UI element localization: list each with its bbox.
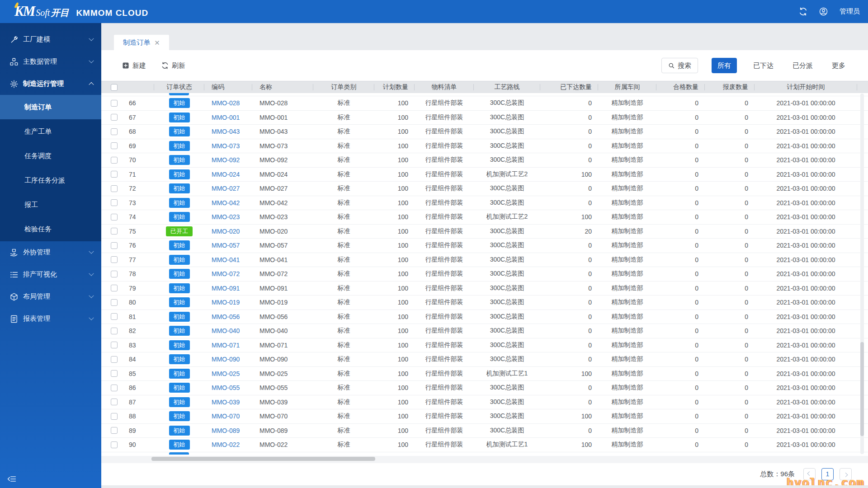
filter-button[interactable]: 已下达 <box>750 58 776 73</box>
table-row[interactable]: 77初始MMO-041MMO-041标准100行星组件部装300C总装图0精加制… <box>101 253 868 267</box>
order-code-link[interactable]: MMO-070 <box>212 413 240 420</box>
order-code-link[interactable]: MMO-023 <box>212 213 240 221</box>
prev-page-button[interactable] <box>803 468 816 480</box>
table-row[interactable]: 89初始MMO-089MMO-089标准100行星组件部装300C总装图0精加制… <box>101 424 868 438</box>
order-code-link[interactable]: MMO-019 <box>212 299 240 306</box>
tab-manufacturing-orders[interactable]: 制造订单 ✕ <box>114 35 169 50</box>
order-code-link[interactable]: MMO-042 <box>212 199 240 206</box>
row-checkbox[interactable] <box>111 214 118 221</box>
filter-button[interactable]: 所有 <box>712 58 737 73</box>
table-row[interactable]: 67初始MMO-001MMO-001标准100行星组件部装300C总装图0精加制… <box>101 111 868 125</box>
order-code-link[interactable]: MMO-091 <box>212 285 240 292</box>
refresh-icon[interactable] <box>799 7 807 16</box>
order-code-link[interactable]: MMO-089 <box>212 427 240 434</box>
row-checkbox[interactable] <box>111 399 118 405</box>
table-row[interactable]: 80初始MMO-019MMO-019标准100行星组件部装300C总装图0精加制… <box>101 296 868 310</box>
row-checkbox[interactable] <box>111 385 118 391</box>
table-row[interactable]: 76初始MMO-057MMO-057标准100行星组件部装300C总装图0精加制… <box>101 239 868 253</box>
next-page-button[interactable] <box>840 468 852 480</box>
table-row[interactable]: 68初始MMO-043MMO-043标准100行星组件部装300C总装图0精加制… <box>101 125 868 139</box>
sidebar-item[interactable]: 主数据管理 <box>0 51 101 73</box>
collapse-sidebar-button[interactable] <box>7 474 16 483</box>
sidebar-item[interactable]: 工厂建模 <box>0 28 101 51</box>
sidebar-subitem[interactable]: 检验任务 <box>0 217 101 241</box>
table-row[interactable]: 66初始MMO-028MMO-028标准100行星组件部装300C总装图0精加制… <box>101 96 868 111</box>
order-code-link[interactable]: MMO-039 <box>212 399 240 406</box>
order-code-link[interactable]: MMO-092 <box>212 156 240 164</box>
order-code-link[interactable]: MMO-043 <box>212 128 240 135</box>
row-checkbox[interactable] <box>111 185 118 192</box>
table-row[interactable]: 78初始MMO-072MMO-072标准100行星组件部装300C总装图0精加制… <box>101 267 868 282</box>
row-checkbox[interactable] <box>111 228 118 235</box>
row-checkbox[interactable] <box>111 328 118 334</box>
select-all-checkbox[interactable] <box>111 84 118 91</box>
order-code-link[interactable]: MMO-040 <box>212 327 240 334</box>
order-code-link[interactable]: MMO-057 <box>212 242 240 249</box>
row-checkbox[interactable] <box>111 370 118 377</box>
table-row[interactable]: 73初始MMO-042MMO-042标准100行星组件部装300C总装图0精加制… <box>101 196 868 211</box>
table-row[interactable]: 75已开工MMO-020MMO-020标准100行星组件部装300C总装图20精… <box>101 225 868 239</box>
sidebar-subitem[interactable]: 生产工单 <box>0 119 101 144</box>
order-code-link[interactable]: MMO-024 <box>212 171 240 178</box>
table-row[interactable]: 84初始MMO-090MMO-090标准100行星组件部装300C总装图0精加制… <box>101 352 868 367</box>
row-checkbox[interactable] <box>111 100 118 107</box>
table-row[interactable]: 81初始MMO-056MMO-056标准100行星组件部装300C总装图0精加制… <box>101 310 868 324</box>
table-row[interactable]: 87初始MMO-039MMO-039标准100行星组件部装300C总装图0精加制… <box>101 395 868 410</box>
row-checkbox[interactable] <box>111 342 118 348</box>
new-button[interactable]: 新建 <box>122 61 146 70</box>
table-row[interactable]: 83初始MMO-071MMO-071标准100行星组件部装300C总装图0精加制… <box>101 338 868 353</box>
row-checkbox[interactable] <box>111 114 118 121</box>
table-row[interactable]: 90初始MMO-022MMO-022标准100行星组件部装机加测试工艺1100精… <box>101 438 868 452</box>
order-code-link[interactable]: MMO-001 <box>212 114 240 121</box>
row-checkbox[interactable] <box>111 313 118 320</box>
row-checkbox[interactable] <box>111 441 118 448</box>
row-checkbox[interactable] <box>111 256 118 263</box>
table-row[interactable]: 85初始MMO-025MMO-025标准100行星组件部装机加测试工艺1100精… <box>101 367 868 381</box>
row-checkbox[interactable] <box>111 271 118 277</box>
order-code-link[interactable]: MMO-022 <box>212 441 240 448</box>
row-checkbox[interactable] <box>111 242 118 249</box>
table-row[interactable]: 74初始MMO-023MMO-023标准100行星组件部装机加测试工艺2100精… <box>101 210 868 225</box>
table-row[interactable]: 86初始MMO-055MMO-055标准100行星组件部装300C总装图0精加制… <box>101 381 868 395</box>
row-checkbox[interactable] <box>111 128 118 135</box>
row-checkbox[interactable] <box>111 157 118 164</box>
current-user-label[interactable]: 管理员 <box>840 7 860 16</box>
sidebar-item[interactable]: 制造运行管理 <box>0 73 101 95</box>
close-icon[interactable]: ✕ <box>154 39 160 46</box>
current-page-button[interactable]: 1 <box>821 468 834 480</box>
order-code-link[interactable]: MMO-056 <box>212 313 240 320</box>
order-code-link[interactable]: MMO-090 <box>212 356 240 363</box>
sidebar-item[interactable]: 排产可视化 <box>0 263 101 286</box>
table-row[interactable]: 69初始MMO-073MMO-073标准100行星组件部装300C总装图0精加制… <box>101 139 868 154</box>
vertical-scrollbar-thumb[interactable] <box>860 342 864 436</box>
order-code-link[interactable]: MMO-071 <box>212 342 240 349</box>
table-row[interactable]: 79初始MMO-091MMO-091标准100行星组件部装300C总装图0精加制… <box>101 282 868 296</box>
table-row[interactable]: 72初始MMO-027MMO-027标准100行星组件部装300C总装图0精加制… <box>101 182 868 196</box>
order-code-link[interactable]: MMO-028 <box>212 99 240 107</box>
order-code-link[interactable]: MMO-073 <box>212 142 240 150</box>
table-row[interactable]: 71初始MMO-024MMO-024标准100行星组件部装机加测试工艺2100精… <box>101 168 868 182</box>
refresh-button[interactable]: 刷新 <box>161 61 185 70</box>
row-checkbox[interactable] <box>111 356 118 363</box>
row-checkbox[interactable] <box>111 199 118 206</box>
order-code-link[interactable]: MMO-027 <box>212 185 240 192</box>
table-row[interactable]: 88初始MMO-070MMO-070标准100行星组件部装300C总装图100精… <box>101 409 868 424</box>
order-code-link[interactable]: MMO-025 <box>212 370 240 377</box>
row-checkbox[interactable] <box>111 142 118 149</box>
table-row[interactable]: 82初始MMO-040MMO-040标准100行星组件部装300C总装图0精加制… <box>101 324 868 338</box>
order-code-link[interactable]: MMO-020 <box>212 228 240 235</box>
row-checkbox[interactable] <box>111 427 118 434</box>
sidebar-subitem[interactable]: 制造订单 <box>0 95 101 119</box>
user-icon[interactable] <box>819 7 828 16</box>
search-button[interactable]: 搜索 <box>661 58 698 73</box>
table-row[interactable]: 70初始MMO-092MMO-092标准100行星组件部装300C总装图0精加制… <box>101 153 868 168</box>
sidebar-item[interactable]: 报表管理 <box>0 308 101 330</box>
filter-button[interactable]: 已分派 <box>790 58 816 73</box>
sidebar-subitem[interactable]: 工序任务分派 <box>0 168 101 192</box>
horizontal-scrollbar-thumb[interactable] <box>151 457 375 461</box>
row-checkbox[interactable] <box>111 413 118 420</box>
row-checkbox[interactable] <box>111 171 118 178</box>
filter-button[interactable]: 更多 <box>829 58 848 73</box>
horizontal-scrollbar[interactable] <box>101 456 868 463</box>
vertical-scrollbar[interactable] <box>860 94 864 454</box>
